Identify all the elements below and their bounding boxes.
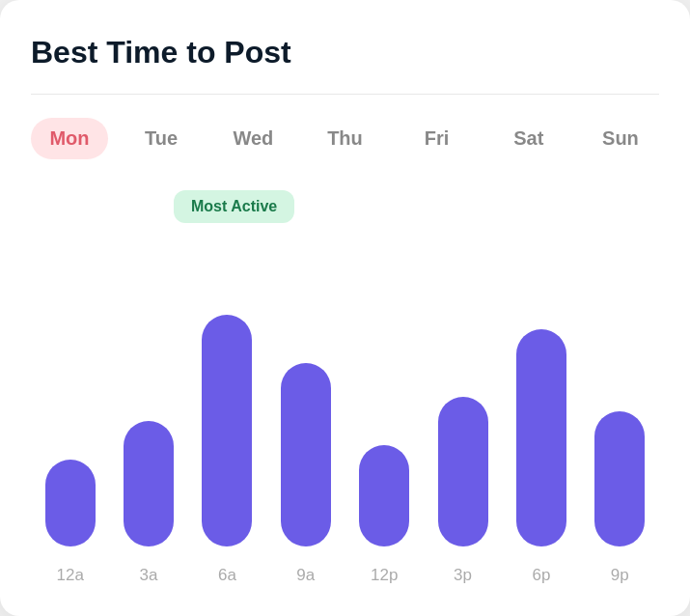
time-label-9p: 9p <box>581 566 659 585</box>
bar-col-3a <box>109 421 187 546</box>
bar-12a <box>45 460 96 546</box>
time-label-6a: 6a <box>188 566 266 585</box>
bar-col-6a <box>188 315 266 546</box>
bar-col-12p <box>345 445 424 546</box>
day-tab-wed[interactable]: Wed <box>214 118 291 159</box>
bars-container <box>31 190 659 554</box>
bar-3a <box>124 421 174 546</box>
bar-9p <box>594 411 645 546</box>
time-label-12a: 12a <box>31 566 109 585</box>
day-tab-mon[interactable]: Mon <box>31 118 108 159</box>
bar-col-3p <box>424 397 502 546</box>
day-tab-sun[interactable]: Sun <box>582 118 659 159</box>
bar-12p <box>359 445 409 546</box>
bar-col-9p <box>581 411 659 546</box>
page-title: Best Time to Post <box>31 35 659 70</box>
bar-3p <box>438 397 488 546</box>
bar-6p <box>516 329 566 546</box>
bar-col-6p <box>502 329 580 546</box>
bar-col-12a <box>31 460 109 546</box>
time-label-3a: 3a <box>109 566 187 585</box>
bar-6a <box>202 315 252 546</box>
time-label-12p: 12p <box>345 566 424 585</box>
time-label-9a: 9a <box>266 566 345 585</box>
day-tab-sat[interactable]: Sat <box>490 118 567 159</box>
time-label-6p: 6p <box>502 566 580 585</box>
most-active-badge: Most Active <box>174 190 294 223</box>
days-row: MonTueWedThuFriSatSun <box>31 118 659 159</box>
time-label-3p: 3p <box>424 566 502 585</box>
bar-col-9a <box>266 363 345 546</box>
chart-area: Most Active 12a3a6a9a12p3p6p9p <box>31 190 659 585</box>
time-labels: 12a3a6a9a12p3p6p9p <box>31 566 659 585</box>
divider <box>31 94 659 95</box>
day-tab-fri[interactable]: Fri <box>399 118 476 159</box>
bar-9a <box>281 363 331 546</box>
day-tab-tue[interactable]: Tue <box>123 118 200 159</box>
day-tab-thu[interactable]: Thu <box>306 118 383 159</box>
best-time-card: Best Time to Post MonTueWedThuFriSatSun … <box>0 0 690 616</box>
